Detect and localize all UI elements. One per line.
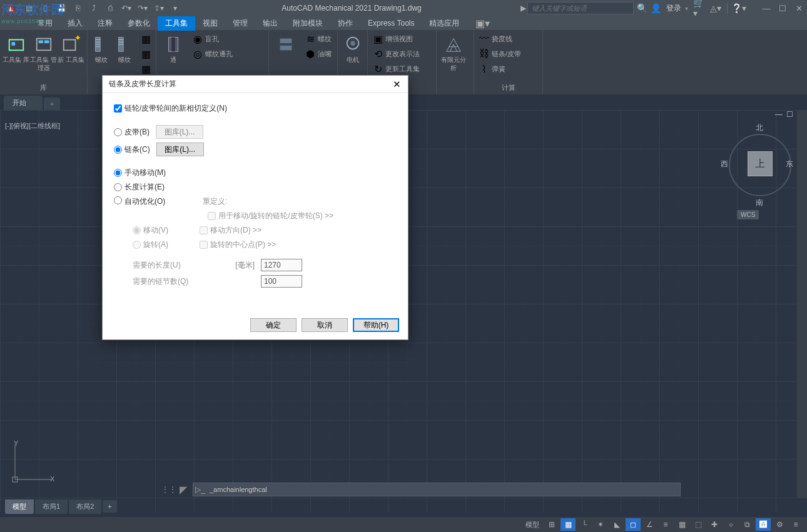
status-qp-icon[interactable]: ✚	[707, 518, 722, 531]
menu-insert[interactable]: 插入	[60, 16, 90, 31]
status-polar-icon[interactable]: ✶	[593, 518, 608, 531]
app-logo-icon[interactable]	[3, 1, 18, 16]
status-grid-icon[interactable]: ⊞	[544, 518, 559, 531]
search-arrow-icon[interactable]: ▶	[520, 4, 526, 13]
viewcube[interactable]: 上 北 南 西 东 WCS	[726, 123, 794, 210]
viewport-label[interactable]: [-][俯视][二维线框]	[5, 121, 60, 131]
viewcube-south[interactable]: 南	[756, 198, 763, 208]
menu-view[interactable]: 视图	[195, 16, 225, 31]
vp-minimize-icon[interactable]: —	[775, 110, 783, 119]
btn-cancel[interactable]: 取消	[302, 318, 348, 332]
login-button[interactable]: 登录	[662, 3, 685, 14]
radio-belt[interactable]	[114, 128, 122, 136]
status-otrack-icon[interactable]: ∠	[642, 518, 657, 531]
menu-express[interactable]: Express Tools	[360, 17, 422, 29]
scrollbar-vertical[interactable]	[797, 110, 807, 498]
status-lw-icon[interactable]: ≡	[658, 518, 673, 531]
qat-save-icon[interactable]: 💾	[54, 1, 69, 15]
viewcube-west[interactable]: 西	[721, 159, 728, 169]
ribbon-chain-belt[interactable]: ⛓链条/皮带	[477, 47, 524, 61]
menu-featured[interactable]: 精选应用	[422, 16, 467, 31]
ribbon-thread-thru[interactable]: ◎螺纹通孔	[190, 47, 235, 61]
menu-overflow-icon[interactable]: ▣▾	[472, 16, 494, 31]
status-ws-icon[interactable]: ⚙	[772, 518, 787, 531]
qat-share-icon[interactable]: ⇪▾	[151, 1, 166, 15]
btn-library-chain[interactable]: 图库(L)...	[156, 143, 204, 156]
ribbon-item-sm2[interactable]: ▦	[138, 47, 153, 61]
menu-output[interactable]: 输出	[255, 16, 285, 31]
status-iso-icon[interactable]: ◣	[609, 518, 624, 531]
ribbon-toolset-lib[interactable]: 工具集 库	[3, 32, 30, 64]
cart-icon[interactable]: 🛒▾	[693, 1, 707, 15]
autodesk-icon[interactable]: ◬▾	[709, 1, 723, 15]
chk-tangent[interactable]	[114, 104, 122, 113]
layout-tab-1[interactable]: 布局1	[35, 499, 68, 514]
status-snap-icon[interactable]: ▦	[561, 518, 576, 531]
ribbon-change-rep[interactable]: ⟲更改表示法	[370, 47, 422, 61]
ribbon-thread2[interactable]: 螺纹	[113, 32, 136, 64]
cmd-grip-icon[interactable]: ⋮⋮	[164, 483, 174, 496]
menu-manage[interactable]: 管理	[225, 16, 255, 31]
ribbon-spring[interactable]: ⌇弹簧	[477, 62, 524, 76]
maximize-icon[interactable]: ☐	[774, 2, 791, 14]
menu-annotate[interactable]: 注释	[90, 16, 120, 31]
layout-tab-add[interactable]: +	[103, 500, 116, 513]
status-qv-icon[interactable]: ⧉	[739, 518, 754, 531]
close-icon[interactable]: ✕	[791, 2, 807, 14]
ribbon-toolset-mgr[interactable]: 工具集 管理器	[30, 32, 58, 72]
ribbon-deflection[interactable]: 〰挠度线	[477, 32, 524, 46]
status-sel-icon[interactable]: ⬚	[691, 518, 706, 531]
ribbon-hole-thru[interactable]: 通	[159, 32, 188, 64]
btn-help[interactable]: 帮助(H)	[353, 318, 399, 332]
ribbon-thread1[interactable]: 螺纹	[90, 32, 113, 64]
ribbon-item-sm3[interactable]: ▦	[138, 62, 153, 76]
status-custom-icon[interactable]: ≡	[788, 518, 803, 531]
viewcube-face-top[interactable]: 上	[748, 151, 773, 176]
qat-plot-icon[interactable]: ⎙	[103, 1, 118, 15]
ribbon-fea[interactable]: 有限元分析	[439, 32, 468, 72]
menu-collab[interactable]: 协作	[330, 16, 360, 31]
cmd-history-icon[interactable]: ◤	[178, 483, 189, 496]
vp-maximize-icon[interactable]: ☐	[786, 110, 793, 119]
doc-tab-start[interactable]: 开始	[4, 96, 43, 110]
user-icon[interactable]: 👤	[649, 1, 662, 15]
command-input[interactable]: ▷_ _amchainlengthcal	[193, 483, 681, 496]
qat-web-icon[interactable]: ⤴	[86, 1, 101, 15]
ribbon-update-toolset[interactable]: ↻更新工具集	[370, 62, 422, 76]
qat-open-icon[interactable]: ▯	[38, 1, 53, 15]
ribbon-motor[interactable]: 电机	[340, 32, 365, 64]
dialog-close-icon[interactable]: ✕	[389, 78, 404, 91]
radio-auto[interactable]	[114, 196, 122, 204]
search-input[interactable]	[527, 2, 634, 14]
ribbon-toolset-new[interactable]: ✦ 新 工具集	[57, 32, 84, 64]
qat-new-icon[interactable]: ▦	[21, 1, 36, 15]
status-ortho-icon[interactable]: └	[577, 518, 592, 531]
viewcube-east[interactable]: 东	[786, 159, 793, 169]
status-ann-icon[interactable]: 🅰	[756, 518, 771, 531]
minimize-icon[interactable]: —	[758, 2, 774, 14]
ribbon-enhance-view[interactable]: ▣增强视图	[370, 32, 422, 46]
qat-redo-icon[interactable]: ↷▾	[135, 1, 150, 15]
menu-parametric[interactable]: 参数化	[120, 16, 158, 31]
status-model[interactable]: 模型	[522, 520, 543, 529]
qat-saveas-icon[interactable]: ⎘	[70, 1, 85, 15]
layout-tab-model[interactable]: 模型	[5, 499, 34, 514]
status-osnap-icon[interactable]: ◻	[626, 518, 641, 531]
viewcube-north[interactable]: 北	[756, 123, 763, 133]
search-icon[interactable]: 🔍	[635, 1, 649, 15]
menu-addins[interactable]: 附加模块	[285, 16, 330, 31]
status-units-icon[interactable]: ⟐	[723, 518, 738, 531]
menu-toolset[interactable]: 工具集	[158, 16, 195, 31]
radio-length[interactable]	[114, 183, 122, 191]
qat-undo-icon[interactable]: ↶▾	[119, 1, 134, 15]
ribbon-thread3[interactable]: ≋螺纹	[303, 32, 334, 46]
layout-tab-2[interactable]: 布局2	[69, 499, 101, 514]
ribbon-grease[interactable]: ⬢油嘴	[303, 47, 334, 61]
ribbon-item-sm1[interactable]: ▦	[138, 32, 153, 46]
login-dropdown-icon[interactable]: ▾	[685, 5, 688, 12]
ribbon-big-icon[interactable]	[272, 32, 300, 64]
help-icon[interactable]: ❔▾	[732, 1, 746, 15]
wcs-badge[interactable]: WCS	[737, 210, 759, 219]
menu-home[interactable]: 常用	[30, 16, 60, 31]
ribbon-blind-hole[interactable]: ◉盲孔	[190, 32, 235, 46]
